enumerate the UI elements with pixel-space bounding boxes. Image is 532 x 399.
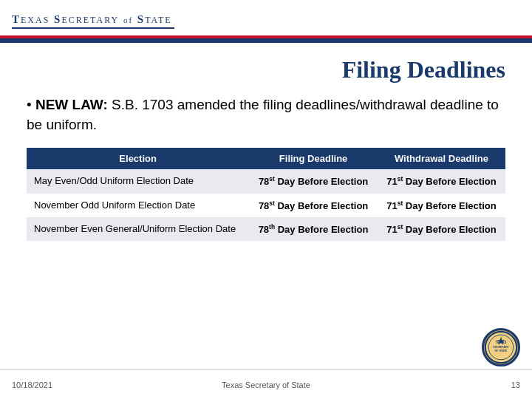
col-header-filing: Filing Deadline bbox=[249, 148, 378, 169]
svg-text:SECRETARY: SECRETARY bbox=[493, 346, 509, 349]
footer-date: 10/18/2021 bbox=[12, 381, 139, 389]
col-header-withdrawal: Withdrawal Deadline bbox=[378, 148, 505, 169]
footer: 10/18/2021 Texas Secretary of State 13 bbox=[0, 369, 532, 399]
header: TEXAS SECRETARY of STATE bbox=[0, 0, 532, 38]
page-number: 13 bbox=[511, 381, 520, 389]
page-title: Filing Deadlines bbox=[27, 56, 505, 83]
table-header-row: Election Filing Deadline Withdrawal Dead… bbox=[27, 148, 505, 169]
state-seal: TEXAS SECRETARY OF STATE bbox=[482, 328, 520, 366]
col-header-election: Election bbox=[27, 148, 249, 169]
withdrawal-cell: 71st Day Before Election bbox=[378, 194, 505, 217]
seal-circle: TEXAS SECRETARY OF STATE bbox=[482, 328, 520, 366]
table-row: November Odd Uniform Election Date 78st … bbox=[27, 194, 505, 217]
election-cell: November Odd Uniform Election Date bbox=[27, 194, 249, 217]
filing-cell: 78st Day Before Election bbox=[249, 169, 378, 193]
main-content: Filing Deadlines • NEW LAW: S.B. 1703 am… bbox=[0, 43, 532, 248]
logo-text: TEXAS SECRETARY of STATE bbox=[12, 13, 174, 26]
table-row: May Even/Odd Uniform Election Date 78st … bbox=[27, 169, 505, 193]
bullet-marker: • bbox=[27, 97, 35, 112]
footer-center-text: Texas Secretary of State bbox=[139, 381, 393, 389]
table-row: November Even General/Uniform Election D… bbox=[27, 217, 505, 241]
deadline-table: Election Filing Deadline Withdrawal Dead… bbox=[27, 148, 505, 241]
bullet-section: • NEW LAW: S.B. 1703 amended the filing … bbox=[27, 95, 505, 134]
filing-cell: 78th Day Before Election bbox=[249, 217, 378, 241]
footer-page: 13 bbox=[393, 381, 520, 389]
election-cell: November Even General/Uniform Election D… bbox=[27, 217, 249, 241]
svg-text:OF STATE: OF STATE bbox=[495, 349, 508, 352]
new-law-label: NEW LAW: bbox=[35, 97, 108, 112]
withdrawal-cell: 71st Day Before Election bbox=[378, 169, 505, 193]
header-underline bbox=[12, 27, 174, 29]
withdrawal-cell: 71st Day Before Election bbox=[378, 217, 505, 241]
election-cell: May Even/Odd Uniform Election Date bbox=[27, 169, 249, 193]
filing-cell: 78st Day Before Election bbox=[249, 194, 378, 217]
